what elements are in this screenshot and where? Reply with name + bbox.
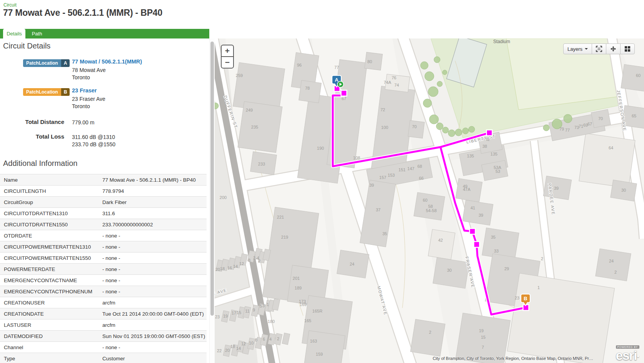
tab-path[interactable]: Path bbox=[28, 29, 45, 38]
location-b-link[interactable]: 23 Fraser bbox=[72, 87, 97, 94]
chevron-down-icon bbox=[585, 48, 588, 50]
row-label: CIRCUITOTDRATTEN1310 bbox=[0, 208, 98, 219]
tree-icon bbox=[437, 81, 442, 87]
circuit-node[interactable] bbox=[341, 90, 347, 96]
circuit-node[interactable] bbox=[487, 130, 492, 136]
building-number: 20 bbox=[215, 267, 220, 272]
building-number: 7 bbox=[482, 345, 484, 350]
tree-icon bbox=[469, 126, 475, 132]
address-line: 23 Fraser Ave bbox=[72, 95, 105, 103]
building-number: 60 bbox=[423, 198, 427, 202]
row-label: CIRCUITLENGTH bbox=[0, 186, 98, 197]
badge-label: PatchLocation bbox=[23, 88, 61, 96]
building-number: 39 bbox=[369, 183, 374, 187]
table-row: OTDRDATE- none - bbox=[0, 230, 207, 241]
tree-icon bbox=[423, 99, 432, 107]
building-number: 12 bbox=[241, 341, 246, 346]
row-value: - none - bbox=[98, 230, 207, 241]
building-number: 54-58 bbox=[426, 208, 437, 213]
building-number: 235 bbox=[251, 125, 258, 129]
row-value: - none - bbox=[98, 241, 207, 253]
building-number: 165R bbox=[312, 309, 322, 313]
pan-button[interactable] bbox=[606, 43, 621, 54]
building-number: 151 bbox=[399, 167, 405, 172]
row-value: arcfm bbox=[98, 297, 207, 308]
building bbox=[462, 200, 493, 226]
marker-letter: A bbox=[335, 77, 339, 83]
zoom-in-button[interactable]: + bbox=[221, 45, 234, 57]
row-value: Tue Oct 21 2014 20:00:00 GMT-0400 (EDT) bbox=[98, 308, 207, 320]
map-container[interactable]: 259249235233200221219201189173169165R165… bbox=[215, 38, 644, 363]
layers-button[interactable]: Layers bbox=[563, 43, 592, 54]
building-number: 24 bbox=[350, 262, 354, 266]
full-extent-icon bbox=[596, 46, 602, 52]
building bbox=[428, 229, 455, 260]
building-number: 8 bbox=[248, 258, 250, 263]
map-canvas[interactable]: 259249235233200221219201189173169165R165… bbox=[215, 38, 644, 363]
building-number: 74A bbox=[384, 80, 391, 85]
tree-icon bbox=[442, 70, 447, 75]
full-extent-button[interactable] bbox=[592, 43, 606, 54]
badge-slot-a: A bbox=[61, 59, 70, 67]
total-loss-label: Total Loss bbox=[0, 133, 64, 140]
tree-icon bbox=[429, 115, 439, 124]
building-number: 157 bbox=[379, 175, 386, 180]
table-row: CIRCUITOTDRATTEN1550233.70000000000002 bbox=[0, 219, 207, 230]
building bbox=[579, 134, 635, 188]
tree-icon bbox=[434, 57, 440, 63]
building-number: 35 bbox=[382, 231, 387, 236]
zoom-out-button[interactable]: − bbox=[221, 56, 234, 69]
row-value: 311.6 bbox=[98, 208, 207, 219]
building bbox=[410, 319, 445, 356]
building bbox=[304, 331, 345, 363]
building-number: 201 bbox=[293, 276, 300, 281]
panel-scrollbar[interactable] bbox=[209, 38, 215, 363]
building-number: 23 bbox=[215, 314, 220, 319]
section-circuit-details: Circuit Details bbox=[3, 42, 50, 50]
scrollbar-thumb[interactable] bbox=[210, 42, 214, 316]
row-value: Dark Fiber bbox=[98, 197, 207, 208]
patch-location-b: PatchLocation B 23 Fraser 23 Fraser Ave … bbox=[0, 87, 209, 116]
building-number: 1 bbox=[537, 285, 540, 290]
table-row: CIRCUITPOWERMETERATTEN1310- none - bbox=[0, 241, 207, 253]
location-a-link[interactable]: 77 Mowat / 506.2.1.1(MMR) bbox=[72, 59, 142, 65]
building-number: 23 bbox=[515, 296, 519, 300]
building-number: 70 bbox=[598, 116, 603, 121]
tree-icon bbox=[420, 62, 428, 69]
row-label: DATEMODIFIED bbox=[0, 331, 98, 342]
esri-dot: ● bbox=[637, 354, 639, 358]
building-number: 80 bbox=[367, 59, 372, 64]
building-number: 65 bbox=[632, 114, 636, 118]
table-row: CREATIONDATETue Oct 21 2014 20:00:00 GMT… bbox=[0, 308, 207, 320]
building-number: 1 bbox=[267, 302, 269, 307]
building-number: 77 bbox=[334, 65, 339, 70]
building-number: 180 bbox=[268, 319, 275, 324]
tree-icon bbox=[543, 125, 549, 131]
circuit-node[interactable] bbox=[470, 229, 475, 234]
additional-info-table: Name77 Mowat Ave - 506.2.1.1 (MMR) - BP4… bbox=[0, 174, 207, 363]
building-number: 53 bbox=[496, 169, 500, 174]
building-number: 200 bbox=[220, 195, 227, 200]
table-row: CREATIONUSERarcfm bbox=[0, 297, 207, 308]
row-value: - none - bbox=[98, 264, 207, 275]
building-number: 10 bbox=[249, 341, 254, 345]
pan-move-icon bbox=[610, 46, 616, 52]
building-number: 14 bbox=[236, 346, 241, 351]
building-number: 12 bbox=[239, 261, 244, 266]
circuit-node[interactable] bbox=[474, 242, 480, 248]
building-number: 147 bbox=[407, 166, 414, 171]
table-row: POWERMETERDATE- none - bbox=[0, 264, 207, 275]
building-number: 71 bbox=[579, 124, 583, 129]
basemap-gallery-button[interactable] bbox=[620, 43, 635, 54]
table-row: Channel- none - bbox=[0, 342, 207, 353]
building-number: 79 bbox=[559, 127, 564, 131]
building-number: 9 bbox=[253, 308, 255, 312]
tab-details[interactable]: Details bbox=[3, 29, 25, 38]
building-number: 4 bbox=[269, 337, 272, 341]
building-number: 64 bbox=[609, 146, 613, 150]
total-loss-row: Total Loss 311.60 dB @1310 233.70 dB @15… bbox=[0, 133, 209, 150]
building-number: 169 bbox=[300, 302, 307, 307]
building-number: 259 bbox=[236, 73, 243, 78]
row-value: Sun Nov 01 2015 19:00:00 GMT-0500 (EST) bbox=[98, 331, 207, 342]
total-loss-value: 311.60 dB @1310 233.70 dB @1550 bbox=[72, 134, 115, 148]
